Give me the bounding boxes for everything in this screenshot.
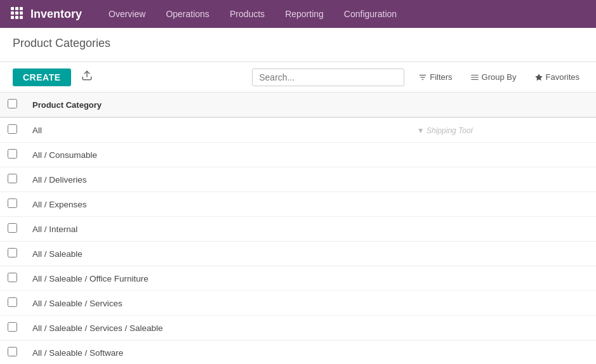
row-product-category-name: All / Internal xyxy=(25,217,409,242)
row-checkbox-cell xyxy=(0,316,25,341)
groupby-button[interactable]: Group By xyxy=(467,70,520,84)
svg-rect-3 xyxy=(11,11,14,15)
row-product-category-name: All / Saleable / Services / Saleable xyxy=(25,316,409,341)
search-bar xyxy=(252,68,404,86)
table-row[interactable]: All / Internal xyxy=(0,217,596,242)
svg-rect-6 xyxy=(11,16,14,19)
row-extra-cell xyxy=(409,217,596,242)
top-navbar: Inventory Overview Operations Products R… xyxy=(0,0,596,28)
table-row[interactable]: All / Saleable / Software xyxy=(0,341,596,365)
toolbar-row: CREATE Filters Group By xyxy=(0,62,596,93)
toolbar-right: Filters Group By Favorites xyxy=(252,68,583,86)
table-row[interactable]: All / Saleable / Office Furniture xyxy=(0,266,596,291)
page-content: Product Categories CREATE Filters xyxy=(0,28,596,364)
table-row[interactable]: All / Deliveries xyxy=(0,167,596,192)
table-header-row: Product Category xyxy=(0,93,596,117)
header-col2 xyxy=(409,93,596,117)
row-extra-cell xyxy=(409,291,596,316)
row-product-category-name: All / Consumable xyxy=(25,143,409,167)
svg-rect-2 xyxy=(20,7,23,10)
svg-rect-8 xyxy=(20,16,23,19)
nav-menu: Overview Operations Products Reporting C… xyxy=(100,5,406,23)
svg-rect-1 xyxy=(15,7,18,10)
filters-button[interactable]: Filters xyxy=(414,70,456,84)
svg-rect-7 xyxy=(15,16,18,19)
row-checkbox-cell xyxy=(0,192,25,217)
row-checkbox-cell xyxy=(0,291,25,316)
table-row[interactable]: All / Saleable / Services / Saleable xyxy=(0,316,596,341)
row-checkbox-cell xyxy=(0,266,25,291)
nav-configuration[interactable]: Configuration xyxy=(335,5,406,23)
row-extra-cell xyxy=(409,192,596,217)
row-checkbox-cell xyxy=(0,217,25,242)
page-header: Product Categories xyxy=(0,28,596,62)
row-product-category-name: All / Saleable / Office Furniture xyxy=(25,266,409,291)
favorites-label: Favorites xyxy=(546,72,579,82)
row-checkbox[interactable] xyxy=(8,149,17,159)
row-extra-cell xyxy=(409,341,596,365)
row-extra-cell xyxy=(409,143,596,167)
row-checkbox[interactable] xyxy=(8,124,17,134)
svg-rect-5 xyxy=(20,11,23,15)
row-checkbox[interactable] xyxy=(8,223,17,233)
row-checkbox[interactable] xyxy=(8,273,17,282)
row-checkbox[interactable] xyxy=(8,322,17,332)
table-row[interactable]: All▼ Shipping Tool xyxy=(0,117,596,143)
shipping-tool-hint: ▼ Shipping Tool xyxy=(417,126,473,135)
row-extra-cell xyxy=(409,266,596,291)
search-input[interactable] xyxy=(252,68,404,86)
row-extra-cell xyxy=(409,167,596,192)
svg-marker-16 xyxy=(535,74,543,81)
row-product-category-name: All / Saleable xyxy=(25,242,409,266)
row-checkbox[interactable] xyxy=(8,174,17,183)
table-row[interactable]: All / Saleable xyxy=(0,242,596,266)
header-checkbox-cell xyxy=(0,93,25,117)
app-title: Inventory xyxy=(30,8,82,21)
upload-button[interactable] xyxy=(77,67,96,87)
nav-overview[interactable]: Overview xyxy=(100,5,154,23)
svg-rect-4 xyxy=(15,11,18,15)
row-checkbox[interactable] xyxy=(8,198,17,208)
row-product-category-name: All xyxy=(25,117,409,143)
create-button[interactable]: CREATE xyxy=(13,68,71,86)
row-checkbox-cell xyxy=(0,242,25,266)
toolbar-left: CREATE xyxy=(13,67,244,87)
nav-operations[interactable]: Operations xyxy=(157,5,218,23)
row-product-category-name: All / Saleable / Services xyxy=(25,291,409,316)
row-checkbox-cell xyxy=(0,143,25,167)
nav-reporting[interactable]: Reporting xyxy=(276,5,333,23)
nav-products[interactable]: Products xyxy=(221,5,274,23)
header-product-category: Product Category xyxy=(25,93,409,117)
row-extra-cell xyxy=(409,316,596,341)
table-row[interactable]: All / Consumable xyxy=(0,143,596,167)
groupby-label: Group By xyxy=(482,72,517,82)
row-product-category-name: All / Expenses xyxy=(25,192,409,217)
row-product-category-name: All / Saleable / Software xyxy=(25,341,409,365)
table-row[interactable]: All / Saleable / Services xyxy=(0,291,596,316)
row-checkbox[interactable] xyxy=(8,347,17,356)
favorites-button[interactable]: Favorites xyxy=(531,70,583,84)
row-checkbox-cell xyxy=(0,117,25,143)
filters-label: Filters xyxy=(430,72,452,82)
row-checkbox[interactable] xyxy=(8,248,17,257)
page-title: Product Categories xyxy=(13,37,583,50)
row-extra-cell: ▼ Shipping Tool xyxy=(409,117,596,143)
product-categories-table: Product Category All▼ Shipping ToolAll /… xyxy=(0,93,596,364)
row-checkbox-cell xyxy=(0,341,25,365)
apps-menu-icon[interactable] xyxy=(10,6,23,22)
row-checkbox-cell xyxy=(0,167,25,192)
row-checkbox[interactable] xyxy=(8,297,17,307)
row-extra-cell xyxy=(409,242,596,266)
row-product-category-name: All / Deliveries xyxy=(25,167,409,192)
select-all-checkbox[interactable] xyxy=(8,99,17,108)
svg-rect-0 xyxy=(11,7,14,10)
table-row[interactable]: All / Expenses xyxy=(0,192,596,217)
